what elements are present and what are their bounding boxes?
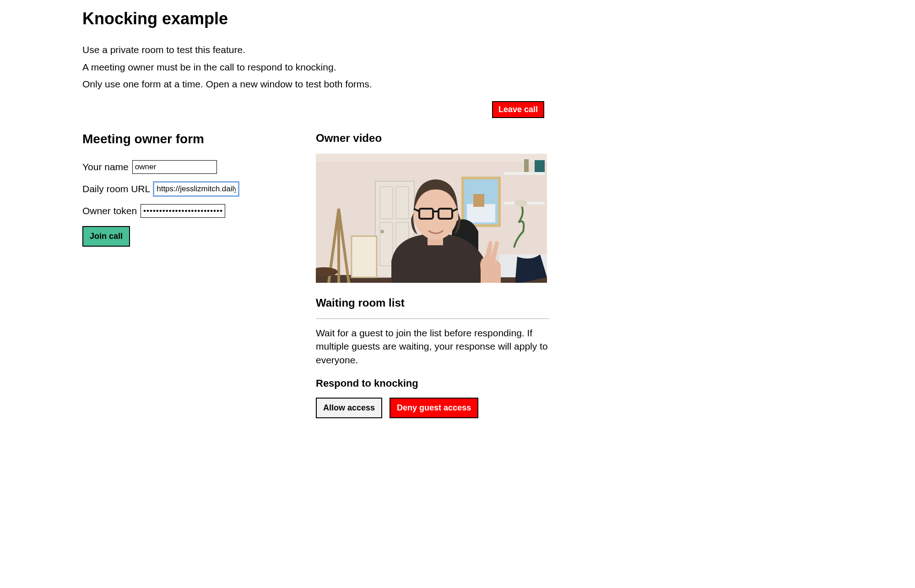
owner-video-heading: Owner video <box>316 132 549 145</box>
video-placeholder-icon <box>316 154 547 283</box>
owner-video-feed <box>316 154 547 283</box>
waiting-help-text: Wait for a guest to join the list before… <box>316 326 549 367</box>
intro-line-1: Use a private room to test this feature. <box>82 42 915 58</box>
divider <box>316 318 549 319</box>
svg-point-22 <box>514 200 527 207</box>
name-label: Your name <box>82 162 129 173</box>
url-input[interactable] <box>154 182 238 196</box>
respond-heading: Respond to knocking <box>316 378 549 389</box>
join-call-button[interactable]: Join call <box>82 226 130 247</box>
intro-line-3: Only use one form at a time. Open a new … <box>82 76 915 92</box>
token-label: Owner token <box>82 205 137 216</box>
deny-access-button[interactable]: Deny guest access <box>390 398 478 418</box>
waiting-room-heading: Waiting room list <box>316 297 549 309</box>
svg-rect-18 <box>504 172 545 175</box>
owner-form-heading: Meeting owner form <box>82 132 298 146</box>
svg-point-8 <box>380 230 384 233</box>
token-input[interactable] <box>141 204 225 218</box>
svg-rect-12 <box>352 236 377 277</box>
intro-block: Use a private room to test this feature.… <box>82 42 915 92</box>
name-input[interactable] <box>132 160 217 174</box>
leave-call-button[interactable]: Leave call <box>492 101 544 118</box>
svg-rect-20 <box>524 159 529 172</box>
allow-access-button[interactable]: Allow access <box>316 398 382 418</box>
url-label: Daily room URL <box>82 183 150 194</box>
intro-line-2: A meeting owner must be in the call to r… <box>82 59 915 75</box>
svg-rect-1 <box>316 154 547 162</box>
page-title: Knocking example <box>82 9 915 28</box>
svg-rect-21 <box>535 160 545 172</box>
svg-rect-17 <box>473 194 484 207</box>
